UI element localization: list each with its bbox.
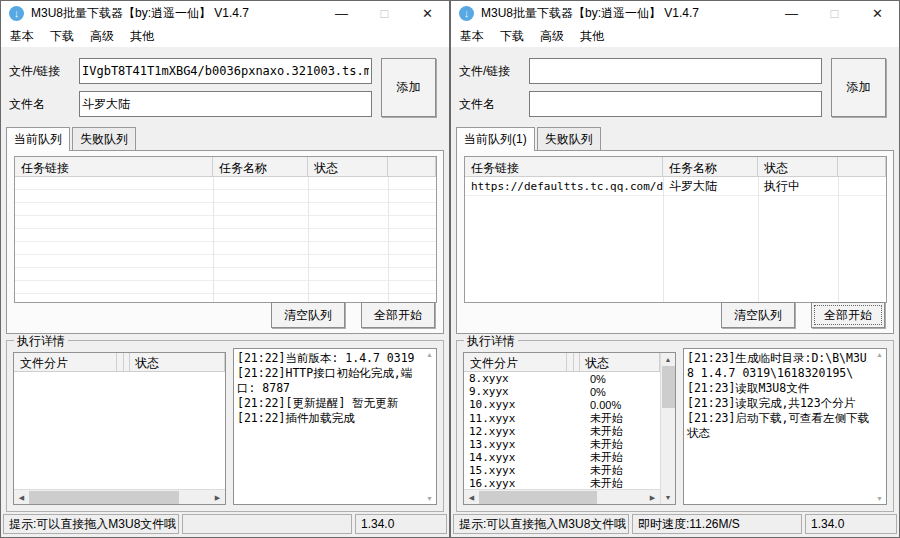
file-link-input[interactable] xyxy=(529,58,822,84)
log-text: [21:23]生成临时目录:D:\B\M3U8 1.4.7 0319\16183… xyxy=(684,349,873,504)
task-link-cell: https://defaultts.tc.qq.com/d... xyxy=(465,180,663,193)
maximize-button[interactable]: □ xyxy=(813,1,856,26)
column-divider xyxy=(308,177,309,302)
file-name-label: 文件名 xyxy=(9,96,79,113)
fragment-row[interactable]: 8.xyyx 0% xyxy=(464,372,660,385)
clear-queue-button[interactable]: 清空队列 xyxy=(271,302,345,328)
scroll-down-icon[interactable]: ▼ xyxy=(876,495,883,502)
close-button[interactable]: ✕ xyxy=(856,1,899,26)
header-blank xyxy=(838,157,886,176)
log-scrollbar[interactable]: ▲ ▼ xyxy=(423,349,436,504)
minimize-button[interactable]: — xyxy=(770,1,813,26)
maximize-button[interactable]: □ xyxy=(363,1,406,26)
header-file-fragment[interactable]: 文件分片 xyxy=(14,353,117,371)
status-bar: 提示:可以直接拖入M3U8文件哦 即时速度:11.26M/S 1.34.0 xyxy=(451,512,899,537)
header-task-status[interactable]: 状态 xyxy=(758,157,838,176)
scroll-up-icon[interactable]: ▲ xyxy=(876,351,883,358)
right-window: ↓ M3U8批量下载器【by:逍遥一仙】 V1.4.7 — □ ✕ 基本 下载 … xyxy=(450,0,900,538)
queue-table: 任务链接 任务名称 状态 https://defaultts.tc.qq.com… xyxy=(464,156,887,303)
tab-failed-queue[interactable]: 失败队列 xyxy=(537,127,601,150)
scroll-down-icon[interactable]: ▼ xyxy=(661,491,676,504)
scrollbar-thumb[interactable] xyxy=(662,366,675,408)
fragment-row[interactable]: 10.xyyx 0.00% xyxy=(464,398,660,411)
add-button[interactable]: 添加 xyxy=(831,58,886,117)
fragment-row[interactable]: 11.xyyx 未开始 xyxy=(464,411,660,424)
file-name-input[interactable] xyxy=(529,91,822,117)
fragment-name: 14.xyyx xyxy=(464,451,585,464)
scroll-left-icon[interactable]: ◀ xyxy=(464,491,479,504)
fragment-name: 11.xyyx xyxy=(464,412,585,425)
status-version: 1.34.0 xyxy=(355,514,447,534)
title-bar[interactable]: ↓ M3U8批量下载器【by:逍遥一仙】 V1.4.7 — □ ✕ xyxy=(451,1,899,26)
vertical-scrollbar[interactable]: ▲ ▼ xyxy=(660,353,675,504)
scrollbar-thumb[interactable] xyxy=(29,491,179,504)
file-link-input[interactable] xyxy=(79,58,372,84)
queue-table-header: 任务链接 任务名称 状态 xyxy=(15,157,436,177)
fragment-name: 12.xyyx xyxy=(464,425,585,438)
column-divider xyxy=(838,177,839,302)
header-blank xyxy=(388,157,436,176)
start-all-button[interactable]: 全部开始 xyxy=(811,302,885,328)
scroll-up-icon[interactable]: ▲ xyxy=(661,353,676,366)
column-divider xyxy=(388,177,389,302)
tab-failed-queue[interactable]: 失败队列 xyxy=(72,127,136,150)
fragment-table-main: 文件分片 状态 ◀ ▶ xyxy=(14,353,225,504)
menu-download[interactable]: 下载 xyxy=(498,26,533,48)
queue-row[interactable]: https://defaultts.tc.qq.com/d... 斗罗大陆 执行… xyxy=(465,177,886,196)
queue-table-body xyxy=(15,177,436,302)
scroll-down-icon[interactable]: ▼ xyxy=(426,495,433,502)
log-box: [21:22]当前版本: 1.4.7 0319 [21:22]HTTP接口初始化… xyxy=(233,348,437,505)
status-version: 1.34.0 xyxy=(805,514,897,534)
app-download-icon: ↓ xyxy=(9,6,24,21)
fragment-row[interactable]: 14.xyyx 未开始 xyxy=(464,450,660,463)
clear-queue-button[interactable]: 清空队列 xyxy=(721,302,795,328)
menu-advanced[interactable]: 高级 xyxy=(88,26,123,48)
window-controls: — □ ✕ xyxy=(770,1,899,26)
fragment-table-main: 文件分片 状态 8.xyyx 0% 9.xyyx 0% 10.xyyx xyxy=(464,353,660,504)
fragment-name: 13.xyyx xyxy=(464,438,585,451)
scrollbar-thumb[interactable] xyxy=(479,491,597,504)
scroll-up-icon[interactable]: ▲ xyxy=(426,351,433,358)
header-file-fragment[interactable]: 文件分片 xyxy=(464,353,567,371)
close-button[interactable]: ✕ xyxy=(406,1,449,26)
log-text: [21:22]当前版本: 1.4.7 0319 [21:22]HTTP接口初始化… xyxy=(234,349,423,504)
header-task-status[interactable]: 状态 xyxy=(308,157,388,176)
scroll-right-icon[interactable]: ▶ xyxy=(645,491,660,504)
menu-download[interactable]: 下载 xyxy=(48,26,83,48)
file-name-input[interactable] xyxy=(79,91,372,117)
header-fragment-status[interactable]: 状态 xyxy=(129,353,225,371)
title-bar[interactable]: ↓ M3U8批量下载器【by:逍遥一仙】 V1.4.7 — □ ✕ xyxy=(1,1,449,26)
header-task-name[interactable]: 任务名称 xyxy=(213,157,308,176)
fragment-row[interactable]: 13.xyyx 未开始 xyxy=(464,437,660,450)
menu-basic[interactable]: 基本 xyxy=(458,26,493,48)
menu-other[interactable]: 其他 xyxy=(578,26,613,48)
fragment-row[interactable]: 12.xyyx 未开始 xyxy=(464,424,660,437)
fragment-name: 10.xyyx xyxy=(464,398,585,411)
tab-current-queue[interactable]: 当前队列 xyxy=(6,127,70,151)
minimize-button[interactable]: — xyxy=(320,1,363,26)
queue-actions: 清空队列 全部开始 xyxy=(271,302,435,328)
header-task-link[interactable]: 任务链接 xyxy=(465,157,663,176)
fragment-row[interactable]: 9.xyyx 0% xyxy=(464,385,660,398)
horizontal-scrollbar[interactable]: ◀ ▶ xyxy=(464,489,660,504)
log-scrollbar[interactable]: ▲ ▼ xyxy=(873,349,886,504)
header-task-name[interactable]: 任务名称 xyxy=(663,157,758,176)
add-button[interactable]: 添加 xyxy=(381,58,436,117)
scroll-right-icon[interactable]: ▶ xyxy=(210,491,225,504)
file-link-label: 文件/链接 xyxy=(9,63,79,80)
menu-basic[interactable]: 基本 xyxy=(8,26,43,48)
current-queue-pane: 任务链接 任务名称 状态 https://defaultts.tc.qq.com… xyxy=(456,150,894,334)
header-fragment-status[interactable]: 状态 xyxy=(579,353,660,371)
menu-other[interactable]: 其他 xyxy=(128,26,163,48)
tab-current-queue[interactable]: 当前队列(1) xyxy=(456,127,535,151)
start-all-button[interactable]: 全部开始 xyxy=(361,302,435,328)
fragment-row[interactable]: 15.xyyx 未开始 xyxy=(464,463,660,476)
queue-table-header: 任务链接 任务名称 状态 xyxy=(465,157,886,177)
horizontal-scrollbar[interactable]: ◀ ▶ xyxy=(14,489,225,504)
header-task-link[interactable]: 任务链接 xyxy=(15,157,213,176)
scroll-left-icon[interactable]: ◀ xyxy=(14,491,29,504)
fragment-name: 8.xyyx xyxy=(464,372,585,385)
queue-tabs: 当前队列 失败队列 xyxy=(1,128,449,150)
fragment-row[interactable]: 16.xyyx 未开始 xyxy=(464,476,660,489)
menu-advanced[interactable]: 高级 xyxy=(538,26,573,48)
